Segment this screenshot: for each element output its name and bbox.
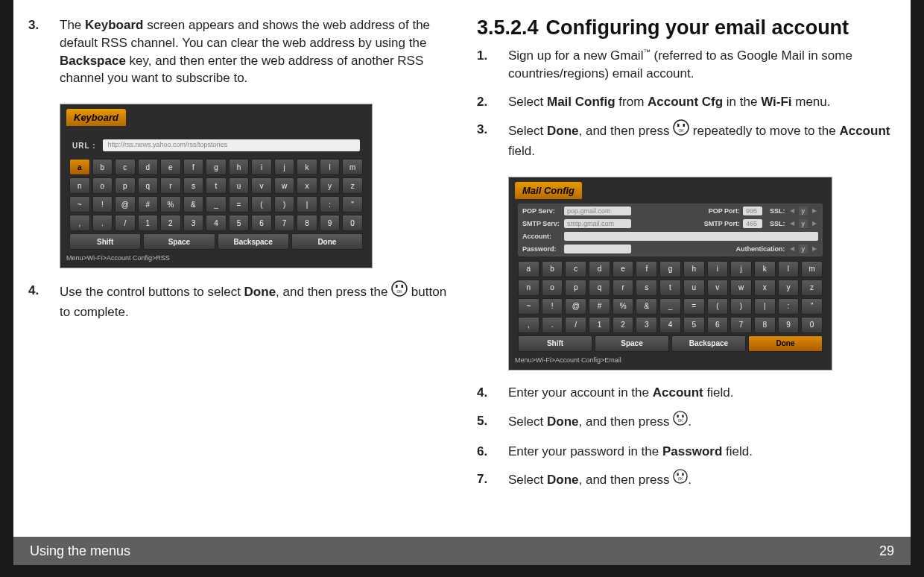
key: 9 [778, 317, 800, 333]
key: t [659, 280, 681, 296]
step-body: The Keyboard screen appears and shows th… [60, 16, 447, 87]
key: 0 [801, 317, 823, 333]
step-2: 2. Select Mail Config from Account Cfg i… [477, 93, 896, 111]
svg-rect-9 [677, 414, 679, 417]
section-heading: 3.5.2.4Configuring your email account [477, 16, 896, 40]
url-field: http://rss.news.yahoo.com/rss/topstories [103, 139, 360, 151]
svg-point-4 [674, 120, 689, 135]
key: v [251, 177, 272, 194]
step-body: Use the control buttons to select Done, … [60, 282, 447, 321]
key-backspace: Backspace [671, 335, 746, 352]
key: 2 [613, 317, 634, 333]
key: r [613, 280, 634, 296]
svg-rect-10 [682, 414, 683, 417]
key-shift: Shift [518, 335, 592, 352]
key: ~ [69, 196, 90, 212]
key: z [342, 177, 363, 194]
key: a [518, 261, 539, 277]
key: p [115, 177, 136, 194]
svg-text:OK: OK [396, 289, 402, 294]
right-column: 3.5.2.4Configuring your email account 1.… [477, 16, 896, 537]
key: n [518, 280, 539, 296]
screenshot-title: Keyboard [66, 109, 126, 126]
key: : [778, 298, 800, 315]
key: ( [251, 196, 272, 212]
svg-rect-2 [402, 285, 404, 288]
key: @ [565, 298, 586, 315]
breadcrumb: Menu>Wi-Fi>Account Config>Email [515, 356, 832, 364]
key: u [683, 280, 705, 296]
key: m [342, 159, 363, 175]
key: / [565, 317, 586, 333]
svg-point-0 [392, 281, 407, 296]
key: h [229, 159, 250, 175]
svg-rect-1 [396, 285, 398, 288]
key: z [801, 280, 823, 296]
key: 4 [206, 215, 227, 231]
key-done: Done [748, 335, 823, 352]
key: 4 [659, 317, 681, 333]
key: 6 [707, 317, 729, 333]
key: 2 [160, 215, 181, 231]
step-6r: 6. Enter your password in the Password f… [477, 443, 896, 461]
left-column: 3. The Keyboard screen appears and shows… [28, 16, 447, 537]
key: = [683, 298, 705, 315]
key: = [229, 196, 250, 212]
key: y [320, 177, 341, 194]
key: j [730, 261, 752, 277]
key: ! [92, 196, 113, 212]
key: k [297, 159, 317, 175]
key: e [613, 261, 634, 277]
step-5r: 5. Select Done, and then press OK. [477, 412, 896, 432]
key: o [542, 280, 563, 296]
key: l [778, 261, 800, 277]
mailconfig-screenshot: Mail Config POP Serv: pop.gmail.com POP … [508, 177, 832, 371]
key: s [183, 177, 204, 194]
key: v [707, 280, 729, 296]
step-1: 1. Sign up for a new Gmail™ (referred to… [477, 47, 896, 83]
key: 3 [636, 317, 657, 333]
key-backspace: Backspace [218, 233, 289, 250]
key: 9 [320, 215, 341, 231]
key: , [518, 317, 539, 333]
config-fields: POP Serv: pop.gmail.com POP Port: 995 SS… [518, 204, 823, 256]
key: 8 [297, 215, 317, 231]
key: 1 [589, 317, 610, 333]
key: _ [206, 196, 227, 212]
key: . [92, 215, 113, 231]
key: @ [115, 196, 136, 212]
key: j [274, 159, 295, 175]
key-shift: Shift [69, 233, 141, 250]
key: 8 [754, 317, 776, 333]
key: q [138, 177, 159, 194]
key: c [565, 261, 586, 277]
key: 7 [730, 317, 752, 333]
key: / [115, 215, 136, 231]
key: # [138, 196, 159, 212]
svg-text:OK: OK [679, 128, 685, 133]
key: 5 [229, 215, 250, 231]
key: g [206, 159, 227, 175]
key: f [636, 261, 657, 277]
key: m [801, 261, 823, 277]
step-number: 4. [28, 282, 60, 321]
key: b [542, 261, 563, 277]
svg-text:OK: OK [678, 419, 683, 423]
step-3r: 3. Select Done, and then press OK repeat… [477, 121, 896, 160]
step-3: 3. The Keyboard screen appears and shows… [28, 16, 447, 87]
ok-button-icon: OK [673, 119, 689, 141]
key: c [115, 159, 136, 175]
key: ) [274, 196, 295, 212]
key: i [251, 159, 272, 175]
onscreen-keyboard: abcdefghijklmnopqrstuvwxyz~!@#%&_=()|:",… [518, 261, 823, 352]
ok-button-icon: OK [673, 469, 688, 489]
key: . [542, 317, 563, 333]
key: , [69, 215, 90, 231]
key: " [342, 196, 363, 212]
svg-rect-14 [682, 473, 683, 476]
key: i [707, 261, 729, 277]
key: 0 [342, 215, 363, 231]
key: & [636, 298, 657, 315]
key: r [160, 177, 181, 194]
key: p [565, 280, 586, 296]
